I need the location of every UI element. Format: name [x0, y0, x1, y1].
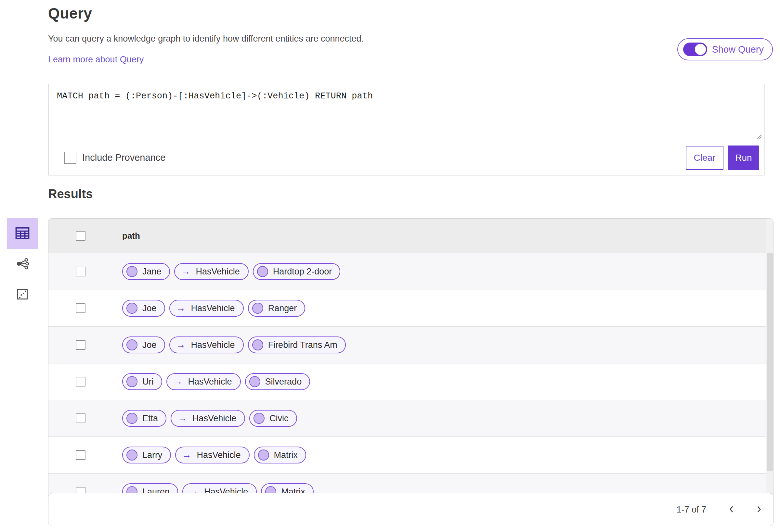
arrow-right-icon: →	[178, 414, 187, 423]
entity-node-icon	[127, 339, 138, 351]
entity-node-icon	[127, 413, 138, 424]
relationship-pill[interactable]: → HasVehicle	[170, 410, 245, 427]
pagination-range-label: 1-7 of 7	[676, 505, 706, 515]
relationship-label: HasVehicle	[191, 340, 235, 350]
select-all-checkbox[interactable]	[76, 231, 86, 241]
arrow-right-icon: →	[174, 377, 183, 386]
entity-node-icon	[252, 339, 263, 351]
page-title: Query	[48, 5, 92, 22]
source-entity-pill[interactable]: Joe	[122, 300, 165, 317]
source-entity-label: Joe	[142, 340, 157, 350]
toggle-knob	[695, 44, 706, 55]
source-entity-label: Uri	[142, 377, 154, 387]
source-entity-label: Joe	[142, 303, 157, 313]
relationship-label: HasVehicle	[196, 267, 240, 277]
previous-page-button[interactable]	[724, 502, 739, 517]
query-footer: Include Provenance Clear Run	[48, 140, 764, 175]
row-checkbox[interactable]	[76, 267, 86, 276]
row-checkbox[interactable]	[76, 414, 86, 423]
map-view-button[interactable]	[7, 279, 38, 310]
target-entity-label: Matrix	[274, 450, 298, 460]
row-checkbox[interactable]	[76, 450, 86, 460]
include-provenance-checkbox[interactable]	[64, 152, 77, 164]
show-query-toggle[interactable]: Show Query	[677, 38, 773, 60]
toggle-on-icon[interactable]	[683, 43, 707, 56]
table-row: Joe → HasVehicle Ranger	[48, 290, 773, 327]
arrow-right-icon: →	[181, 267, 190, 276]
page-description: You can query a knowledge graph to ident…	[48, 34, 364, 44]
relationship-label: HasVehicle	[188, 377, 232, 387]
target-entity-label: Firebird Trans Am	[268, 340, 337, 350]
results-title: Results	[48, 187, 93, 201]
target-entity-pill[interactable]: Silverado	[245, 373, 310, 390]
results-table: path Jane → HasVehicle Hardtop 2-door	[48, 218, 774, 512]
arrow-right-icon: →	[177, 304, 186, 313]
relationship-pill[interactable]: → HasVehicle	[174, 263, 249, 280]
entity-node-icon	[127, 303, 138, 314]
arrow-right-icon: →	[182, 450, 191, 460]
target-entity-pill[interactable]: Matrix	[254, 446, 306, 464]
table-view-button[interactable]	[7, 218, 38, 249]
learn-more-link[interactable]: Learn more about Query	[48, 55, 144, 65]
table-row: Joe → HasVehicle Firebird Trans Am	[48, 327, 773, 363]
relationship-label: HasVehicle	[191, 303, 235, 313]
query-page: Query You can query a knowledge graph to…	[0, 0, 780, 532]
query-input[interactable]: MATCH path = (:Person)-[:HasVehicle]->(:…	[48, 84, 764, 140]
source-entity-pill[interactable]: Larry	[122, 446, 171, 464]
entity-node-icon	[249, 376, 260, 387]
scrollbar-thumb[interactable]	[767, 253, 773, 471]
link-chart-view-icon	[15, 257, 30, 272]
resize-grip-icon[interactable]	[755, 132, 762, 139]
query-panel: MATCH path = (:Person)-[:HasVehicle]->(:…	[48, 84, 765, 175]
show-query-label: Show Query	[712, 44, 764, 55]
relationship-pill[interactable]: → HasVehicle	[175, 446, 250, 464]
scrollbar-track[interactable]	[766, 219, 773, 512]
target-entity-label: Ranger	[268, 303, 297, 313]
relationship-pill[interactable]: → HasVehicle	[169, 336, 244, 353]
target-entity-label: Hardtop 2-door	[273, 267, 332, 277]
source-entity-pill[interactable]: Joe	[122, 336, 165, 353]
target-entity-label: Silverado	[265, 377, 302, 387]
relationship-pill[interactable]: → HasVehicle	[169, 300, 244, 317]
next-page-button[interactable]	[752, 502, 766, 517]
chevron-right-icon	[754, 505, 763, 515]
table-row: Etta → HasVehicle Civic	[48, 400, 773, 437]
target-entity-pill[interactable]: Firebird Trans Am	[248, 336, 346, 353]
row-checkbox[interactable]	[76, 377, 86, 386]
source-entity-label: Jane	[142, 267, 161, 277]
source-entity-pill[interactable]: Uri	[122, 373, 162, 390]
target-entity-pill[interactable]: Ranger	[248, 300, 305, 317]
map-view-icon	[15, 287, 30, 302]
table-view-icon	[14, 225, 31, 243]
table-row: Larry → HasVehicle Matrix	[48, 437, 773, 474]
entity-node-icon	[257, 266, 268, 277]
table-header-row: path	[48, 219, 773, 253]
source-entity-label: Etta	[142, 414, 158, 424]
table-body: Jane → HasVehicle Hardtop 2-door Joe → H…	[48, 253, 773, 510]
entity-node-icon	[252, 303, 263, 314]
chevron-left-icon	[727, 505, 736, 515]
clear-button[interactable]: Clear	[686, 146, 724, 170]
source-entity-pill[interactable]: Etta	[122, 410, 166, 427]
source-entity-pill[interactable]: Jane	[122, 263, 170, 280]
target-entity-pill[interactable]: Hardtop 2-door	[253, 263, 341, 280]
source-entity-label: Larry	[142, 450, 162, 460]
entity-node-icon	[127, 376, 138, 387]
entity-node-icon	[127, 449, 138, 461]
target-entity-label: Civic	[270, 414, 289, 424]
relationship-label: HasVehicle	[197, 450, 241, 460]
arrow-right-icon: →	[177, 340, 186, 350]
entity-node-icon	[253, 413, 264, 424]
include-provenance-label: Include Provenance	[82, 152, 165, 163]
link-chart-view-button[interactable]	[7, 249, 38, 279]
entity-node-icon	[127, 266, 138, 277]
run-button[interactable]: Run	[728, 146, 759, 170]
entity-node-icon	[258, 449, 269, 461]
row-checkbox[interactable]	[76, 340, 86, 350]
path-column-header: path	[122, 231, 140, 241]
target-entity-pill[interactable]: Civic	[249, 410, 297, 427]
row-checkbox[interactable]	[76, 303, 86, 313]
pagination-bar: 1-7 of 7	[48, 493, 774, 526]
relationship-pill[interactable]: → HasVehicle	[166, 373, 241, 390]
table-row: Jane → HasVehicle Hardtop 2-door	[48, 253, 773, 290]
